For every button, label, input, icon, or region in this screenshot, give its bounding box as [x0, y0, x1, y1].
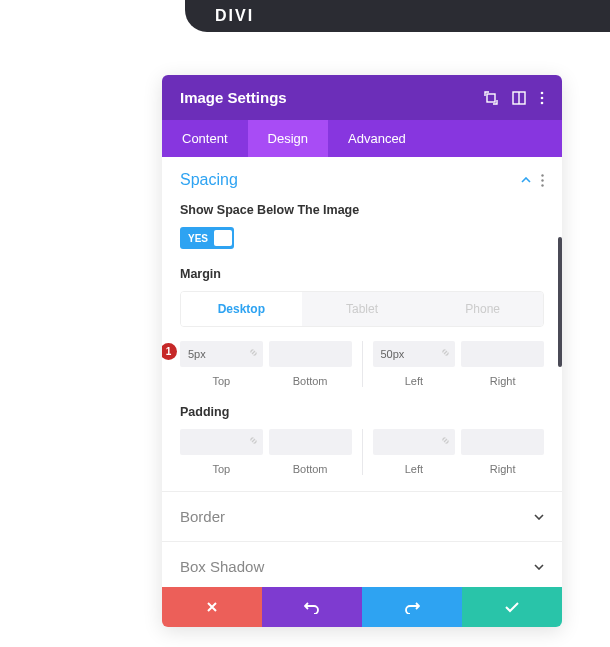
divider	[362, 341, 363, 387]
top-bar: DIVI	[185, 0, 610, 32]
margin-inputs: 1 Top Bottom	[180, 341, 544, 387]
link-icon[interactable]	[248, 435, 259, 446]
device-desktop[interactable]: Desktop	[181, 292, 302, 326]
device-tablet[interactable]: Tablet	[302, 292, 423, 326]
margin-label: Margin	[180, 267, 544, 281]
link-icon[interactable]	[440, 347, 451, 358]
tab-content[interactable]: Content	[162, 120, 248, 157]
accordion-label: Border	[180, 508, 225, 525]
section-title: Spacing	[180, 171, 238, 189]
link-icon[interactable]	[248, 347, 259, 358]
step-badge: 1	[162, 343, 177, 360]
padding-label: Padding	[180, 405, 544, 419]
svg-point-3	[541, 91, 544, 94]
padding-top-label: Top	[213, 463, 231, 475]
accordion-list: Border Box Shadow Filters Transform	[162, 491, 562, 587]
show-space-toggle[interactable]: YES	[180, 227, 234, 249]
panel-body: Spacing Show Space Below The Image YES M…	[162, 157, 562, 587]
panel-footer	[162, 587, 562, 627]
margin-right-label: Right	[490, 375, 516, 387]
margin-bottom-label: Bottom	[293, 375, 328, 387]
panel-title: Image Settings	[180, 89, 287, 106]
padding-bottom-input[interactable]	[269, 429, 352, 455]
link-icon[interactable]	[440, 435, 451, 446]
brand-logo: DIVI	[215, 7, 254, 25]
cancel-button[interactable]	[162, 587, 262, 627]
header-icons	[484, 91, 544, 105]
accordion-box-shadow[interactable]: Box Shadow	[162, 542, 562, 587]
svg-point-8	[541, 184, 543, 186]
save-button[interactable]	[462, 587, 562, 627]
accordion-label: Box Shadow	[180, 558, 264, 575]
padding-right-label: Right	[490, 463, 516, 475]
panel-header: Image Settings	[162, 75, 562, 120]
tab-row: Content Design Advanced	[162, 120, 562, 157]
svg-point-7	[541, 179, 543, 181]
tab-design[interactable]: Design	[248, 120, 328, 157]
kebab-icon[interactable]	[540, 91, 544, 105]
toggle-label: Show Space Below The Image	[180, 203, 544, 217]
margin-right-input[interactable]	[461, 341, 544, 367]
padding-right-input[interactable]	[461, 429, 544, 455]
toggle-knob	[214, 230, 232, 246]
margin-left-label: Left	[405, 375, 423, 387]
svg-point-6	[541, 174, 543, 176]
snap-icon[interactable]	[512, 91, 526, 105]
chevron-down-icon	[534, 514, 544, 520]
svg-point-5	[541, 101, 544, 104]
redo-button[interactable]	[362, 587, 462, 627]
divider	[362, 429, 363, 475]
scrollbar[interactable]	[558, 237, 562, 367]
svg-rect-0	[487, 94, 495, 102]
expand-icon[interactable]	[484, 91, 498, 105]
section-kebab-icon[interactable]	[541, 174, 544, 187]
padding-left-label: Left	[405, 463, 423, 475]
settings-panel: Image Settings Content Design Advanced S…	[162, 75, 562, 627]
chevron-up-icon[interactable]	[521, 177, 531, 183]
tab-advanced[interactable]: Advanced	[328, 120, 426, 157]
device-phone[interactable]: Phone	[422, 292, 543, 326]
accordion-border[interactable]: Border	[162, 492, 562, 542]
padding-bottom-label: Bottom	[293, 463, 328, 475]
chevron-down-icon	[534, 564, 544, 570]
toggle-value: YES	[188, 233, 208, 244]
margin-bottom-input[interactable]	[269, 341, 352, 367]
margin-top-label: Top	[213, 375, 231, 387]
device-tabs: Desktop Tablet Phone	[180, 291, 544, 327]
section-spacing-header[interactable]: Spacing	[162, 157, 562, 203]
svg-point-4	[541, 96, 544, 99]
padding-inputs: Top Bottom Left	[180, 429, 544, 475]
undo-button[interactable]	[262, 587, 362, 627]
